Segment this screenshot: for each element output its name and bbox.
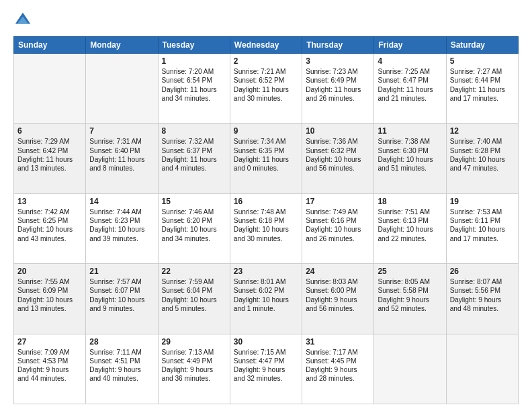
calendar-cell: 10Sunrise: 7:36 AMSunset: 6:32 PMDayligh… [302,124,374,193]
daylight-text: Daylight: 11 hours [17,155,82,164]
calendar-cell: 24Sunrise: 8:03 AMSunset: 6:00 PMDayligh… [302,264,374,334]
daylight-text: and 28 minutes. [306,374,370,383]
daylight-text: and 39 minutes. [89,234,154,243]
sunset-text: Sunset: 6:30 PM [378,146,442,155]
calendar-cell: 2Sunrise: 7:21 AMSunset: 6:52 PMDaylight… [230,54,302,124]
daylight-text: Daylight: 10 hours [234,295,298,304]
sunrise-text: Sunrise: 7:21 AM [234,67,298,76]
calendar-cell [446,334,518,404]
daylight-text: and 26 minutes. [306,234,370,243]
daylight-text: and 43 minutes. [17,234,82,243]
sunrise-text: Sunrise: 8:05 AM [378,277,442,286]
calendar-header-row: SundayMondayTuesdayWednesdayThursdayFrid… [14,37,519,54]
daylight-text: Daylight: 11 hours [306,85,370,94]
day-number: 15 [162,197,226,206]
day-number: 30 [234,337,298,347]
day-number: 24 [306,267,370,276]
daylight-text: Daylight: 10 hours [450,155,515,164]
sunrise-text: Sunrise: 7:46 AM [162,208,226,216]
sunset-text: Sunset: 6:18 PM [234,216,298,225]
calendar-cell: 14Sunrise: 7:44 AMSunset: 6:23 PMDayligh… [86,193,158,263]
calendar-cell: 9Sunrise: 7:34 AMSunset: 6:35 PMDaylight… [230,124,302,193]
day-number: 9 [234,126,298,136]
sunrise-text: Sunrise: 7:42 AM [17,208,82,216]
calendar-cell: 27Sunrise: 7:09 AMSunset: 4:53 PMDayligh… [14,334,86,404]
daylight-text: Daylight: 10 hours [17,225,82,234]
daylight-text: and 17 minutes. [450,94,515,103]
day-number: 7 [89,126,154,136]
daylight-text: Daylight: 11 hours [89,155,154,164]
calendar-cell: 15Sunrise: 7:46 AMSunset: 6:20 PMDayligh… [158,193,230,263]
sunset-text: Sunset: 6:25 PM [17,216,82,225]
calendar-cell: 1Sunrise: 7:20 AMSunset: 6:54 PMDaylight… [158,54,230,124]
sunrise-text: Sunrise: 7:59 AM [162,277,226,286]
daylight-text: and 1 minute. [234,304,298,313]
sunrise-text: Sunrise: 7:25 AM [378,67,442,76]
sunset-text: Sunset: 5:58 PM [378,286,442,295]
sunrise-text: Sunrise: 7:17 AM [306,348,370,357]
sunrise-text: Sunrise: 7:15 AM [234,348,298,357]
sunset-text: Sunset: 4:45 PM [306,357,370,365]
sunset-text: Sunset: 6:04 PM [162,286,226,295]
sunrise-text: Sunrise: 7:49 AM [306,208,370,216]
daylight-text: Daylight: 10 hours [378,225,442,234]
calendar-cell [86,54,158,124]
daylight-text: and 48 minutes. [450,304,515,313]
daylight-text: Daylight: 9 hours [89,365,154,374]
sunrise-text: Sunrise: 7:38 AM [378,137,442,146]
daylight-text: and 34 minutes. [162,234,226,243]
day-number: 20 [17,267,82,276]
sunset-text: Sunset: 6:42 PM [17,146,82,155]
sunset-text: Sunset: 4:49 PM [162,357,226,365]
calendar-cell: 11Sunrise: 7:38 AMSunset: 6:30 PMDayligh… [374,124,446,193]
sunrise-text: Sunrise: 7:11 AM [89,348,154,357]
daylight-text: Daylight: 11 hours [162,85,226,94]
calendar-header-tuesday: Tuesday [158,37,230,54]
sunset-text: Sunset: 6:28 PM [450,146,515,155]
day-number: 17 [306,197,370,206]
daylight-text: Daylight: 9 hours [306,365,370,374]
day-number: 1 [162,56,226,66]
daylight-text: Daylight: 10 hours [162,225,226,234]
sunset-text: Sunset: 6:16 PM [306,216,370,225]
sunrise-text: Sunrise: 7:09 AM [17,348,82,357]
header [13,11,519,30]
sunrise-text: Sunrise: 7:53 AM [450,208,515,216]
calendar-cell: 29Sunrise: 7:13 AMSunset: 4:49 PMDayligh… [158,334,230,404]
daylight-text: Daylight: 10 hours [234,225,298,234]
day-number: 5 [450,56,515,66]
calendar-header-monday: Monday [86,37,158,54]
calendar-cell: 13Sunrise: 7:42 AMSunset: 6:25 PMDayligh… [14,193,86,263]
sunset-text: Sunset: 6:40 PM [89,146,154,155]
daylight-text: Daylight: 9 hours [162,365,226,374]
daylight-text: and 13 minutes. [17,304,82,313]
sunset-text: Sunset: 6:13 PM [378,216,442,225]
calendar-cell: 21Sunrise: 7:57 AMSunset: 6:07 PMDayligh… [86,264,158,334]
sunrise-text: Sunrise: 7:27 AM [450,67,515,76]
daylight-text: Daylight: 9 hours [378,295,442,304]
day-number: 27 [17,337,82,347]
sunrise-text: Sunrise: 7:23 AM [306,67,370,76]
calendar-cell: 3Sunrise: 7:23 AMSunset: 6:49 PMDaylight… [302,54,374,124]
sunset-text: Sunset: 5:56 PM [450,286,515,295]
daylight-text: and 47 minutes. [450,164,515,173]
daylight-text: and 34 minutes. [162,94,226,103]
sunset-text: Sunset: 6:35 PM [234,146,298,155]
daylight-text: and 21 minutes. [378,94,442,103]
sunset-text: Sunset: 6:09 PM [17,286,82,295]
calendar-cell: 17Sunrise: 7:49 AMSunset: 6:16 PMDayligh… [302,193,374,263]
daylight-text: and 40 minutes. [89,374,154,383]
day-number: 18 [378,197,442,206]
day-number: 22 [162,267,226,276]
sunset-text: Sunset: 6:23 PM [89,216,154,225]
day-number: 28 [89,337,154,347]
sunrise-text: Sunrise: 7:51 AM [378,208,442,216]
calendar-cell: 20Sunrise: 7:55 AMSunset: 6:09 PMDayligh… [14,264,86,334]
day-number: 14 [89,197,154,206]
daylight-text: and 44 minutes. [17,374,82,383]
sunrise-text: Sunrise: 7:20 AM [162,67,226,76]
day-number: 10 [306,126,370,136]
sunset-text: Sunset: 4:53 PM [17,357,82,365]
daylight-text: and 0 minutes. [234,164,298,173]
daylight-text: Daylight: 10 hours [17,295,82,304]
